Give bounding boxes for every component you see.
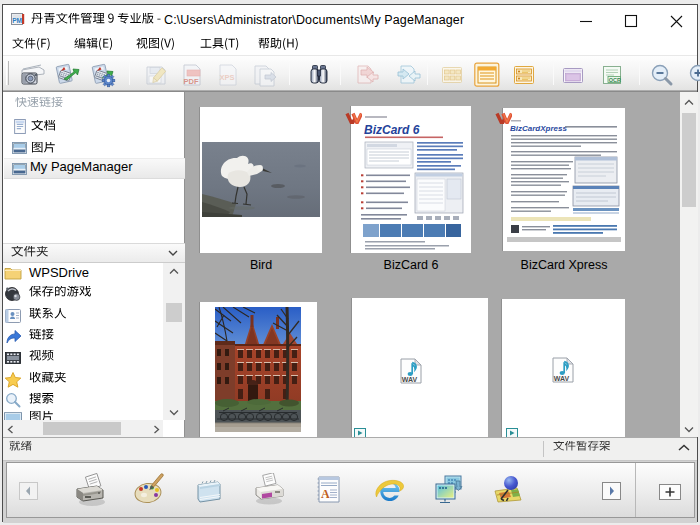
svg-text:XPS: XPS xyxy=(220,73,235,82)
svg-text:PM: PM xyxy=(12,17,22,24)
svg-text:WAV: WAV xyxy=(402,376,418,383)
svg-text:BizCardXpress: BizCardXpress xyxy=(510,124,567,133)
svg-text:A: A xyxy=(321,487,330,501)
svg-text:PDF: PDF xyxy=(184,77,199,86)
svg-text:BizCard 6: BizCard 6 xyxy=(364,123,420,137)
svg-text:WAV: WAV xyxy=(554,375,570,382)
svg-text:OCR: OCR xyxy=(609,77,621,83)
